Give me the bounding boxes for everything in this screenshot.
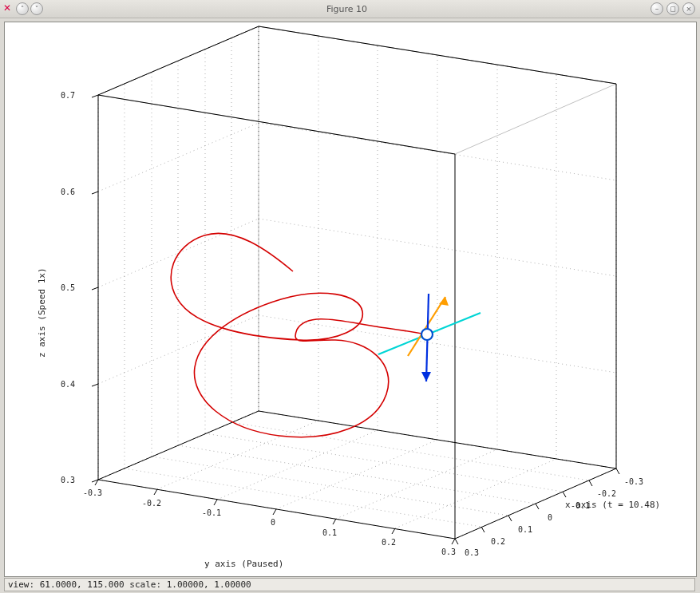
svg-line-58 xyxy=(452,539,455,544)
window-titlebar: ˄ ˅ Figure 10 – ◻ × xyxy=(0,0,700,18)
window-title: Figure 10 xyxy=(43,4,651,14)
svg-line-9 xyxy=(231,422,589,480)
svg-line-56 xyxy=(333,519,336,524)
svg-line-15 xyxy=(336,449,497,519)
svg-text:0: 0 xyxy=(548,513,552,522)
close-button[interactable]: × xyxy=(682,2,695,15)
grid xyxy=(98,26,616,539)
svg-text:0.3: 0.3 xyxy=(61,476,75,484)
status-text: view: 61.0000, 115.000 scale: 1.00000, 1… xyxy=(8,579,251,590)
svg-text:0.4: 0.4 xyxy=(61,380,75,389)
minimize-button[interactable]: – xyxy=(651,2,663,15)
svg-text:0.3: 0.3 xyxy=(465,548,479,557)
axes-box xyxy=(98,26,616,539)
svg-text:0.1: 0.1 xyxy=(322,528,337,537)
y-ticks: -0.3 -0.2 -0.1 0 0.1 0.2 0.3 xyxy=(83,480,456,556)
svg-line-46 xyxy=(92,95,98,97)
svg-text:0: 0 xyxy=(271,518,275,527)
svg-line-43 xyxy=(92,384,98,386)
svg-text:-0.2: -0.2 xyxy=(142,499,161,508)
svg-line-26 xyxy=(98,315,259,384)
x-ticks: 0.3 0.2 0.1 0 -0.1 -0.2 -0.3 xyxy=(455,468,643,557)
status-bar: view: 61.0000, 115.000 scale: 1.00000, 1… xyxy=(4,578,695,591)
svg-line-55 xyxy=(273,509,276,515)
svg-line-66 xyxy=(455,539,458,544)
svg-line-8 xyxy=(205,433,563,492)
svg-marker-84 xyxy=(421,372,431,381)
svg-line-70 xyxy=(563,492,566,497)
svg-line-72 xyxy=(616,468,619,474)
svg-text:0.3: 0.3 xyxy=(441,548,456,556)
x-axis-label: x axis (t = 10.48) xyxy=(565,500,660,510)
svg-line-54 xyxy=(214,500,217,505)
z-axis-label: z axis (Speed 1x) xyxy=(37,267,47,358)
trajectory xyxy=(171,233,428,437)
svg-line-57 xyxy=(392,528,395,534)
svg-text:-0.3: -0.3 xyxy=(83,488,102,497)
svg-line-16 xyxy=(395,459,556,528)
svg-line-45 xyxy=(92,192,98,194)
svg-text:-0.3: -0.3 xyxy=(624,477,643,486)
svg-text:-0.1: -0.1 xyxy=(202,508,221,517)
frame-marker xyxy=(378,294,481,381)
svg-text:0.5: 0.5 xyxy=(61,283,75,292)
svg-line-44 xyxy=(92,287,98,290)
svg-line-7 xyxy=(178,445,536,504)
shade-button[interactable]: ˄ xyxy=(16,2,29,15)
svg-line-14 xyxy=(276,440,437,509)
svg-text:0.2: 0.2 xyxy=(382,538,396,547)
svg-line-67 xyxy=(481,527,484,532)
svg-text:0.6: 0.6 xyxy=(61,188,75,196)
svg-line-69 xyxy=(536,504,539,509)
svg-point-85 xyxy=(421,329,433,340)
svg-line-13 xyxy=(217,430,378,500)
unshade-button[interactable]: ˅ xyxy=(30,2,43,15)
svg-line-53 xyxy=(154,489,157,495)
z-ticks: 0.3 0.4 0.5 0.6 0.7 xyxy=(61,91,98,484)
plot-canvas[interactable]: 0.3 0.4 0.5 0.6 0.7 -0.3 -0.2 -0.1 0 0.1… xyxy=(4,22,697,577)
y-axis-label: y axis (Paused) xyxy=(204,559,283,569)
svg-line-68 xyxy=(508,516,512,521)
svg-line-5 xyxy=(125,468,481,527)
svg-text:0.7: 0.7 xyxy=(61,91,75,100)
svg-text:-0.2: -0.2 xyxy=(597,489,616,498)
maximize-button[interactable]: ◻ xyxy=(666,2,679,15)
svg-text:0.1: 0.1 xyxy=(518,525,532,534)
svg-line-28 xyxy=(98,123,259,192)
svg-line-71 xyxy=(589,480,592,486)
app-icon xyxy=(3,3,14,14)
svg-text:0.2: 0.2 xyxy=(491,537,505,546)
